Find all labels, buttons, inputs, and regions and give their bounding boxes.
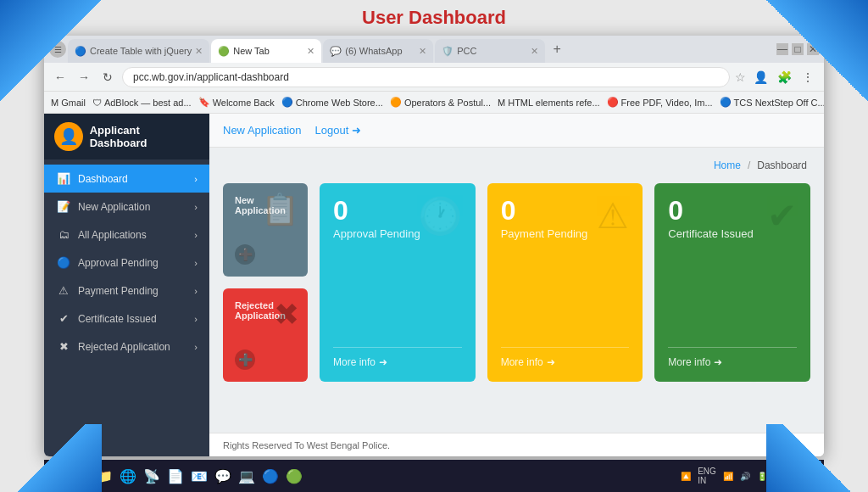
payment-more-info[interactable]: More info ➜: [501, 347, 630, 368]
new-app-card-action[interactable]: ➕: [235, 244, 255, 265]
bookmark-html[interactable]: M HTML elements refe...: [498, 98, 600, 108]
x-mark-icon: ✖: [274, 297, 299, 333]
logout-icon: ➜: [352, 124, 361, 137]
tab-bar: ☰ 🔵 Create Table with jQuery ✕ 🟢 New Tab…: [44, 36, 824, 63]
corner-decoration-br: [766, 424, 868, 492]
bookmark-pdf[interactable]: 🔴 Free PDF, Video, Im...: [607, 97, 713, 108]
topnav-logout[interactable]: Logout ➜: [315, 124, 361, 137]
taskbar-whatsapp-icon[interactable]: 💬: [214, 468, 231, 484]
tab-close-4[interactable]: ✕: [531, 46, 538, 57]
bookmark-label-operators: Operators & Postul...: [404, 98, 491, 108]
taskbar-volume-icon: 🔊: [740, 472, 750, 481]
taskbar-word-icon[interactable]: 📄: [167, 468, 184, 484]
taskbar-vscode-icon[interactable]: 💻: [238, 468, 255, 484]
bookmark-chrome-store[interactable]: 🔵 Chrome Web Store...: [281, 97, 383, 108]
sidebar-label-dashboard: Dashboard: [78, 173, 128, 185]
footer: Rights Reserved To West Bengal Police.: [209, 433, 824, 456]
topnav-new-application[interactable]: New Application: [223, 124, 302, 137]
address-input[interactable]: [122, 67, 730, 87]
bookmark-icon-html: M: [498, 98, 505, 108]
bookmark-icon-tcs: 🔵: [720, 97, 732, 108]
payment-pending-card: ⚠ 0 Payment Pending More info ➜: [487, 183, 643, 382]
tab-label-4: PCC: [457, 46, 476, 56]
sidebar-label-rejected: Rejected Application: [78, 341, 170, 353]
sidebar-item-new-application[interactable]: 📝 New Application ›: [44, 193, 209, 221]
sidebar-label-certificate: Certificate Issued: [78, 313, 157, 325]
bookmark-label-welcome: Welcome Back: [213, 98, 275, 108]
approval-more-info-label: More info: [333, 356, 376, 368]
bookmark-operators[interactable]: 🟠 Operators & Postul...: [390, 97, 491, 108]
taskbar-outlook-icon[interactable]: 📧: [191, 468, 208, 484]
taskbar-wifi-icon: 📶: [723, 472, 733, 481]
approval-pending-card: 🕐 0 Approval Pending More info ➜: [320, 183, 476, 382]
bookmark-label-chrome-store: Chrome Web Store...: [296, 98, 383, 108]
sidebar-header: 👤 Applicant Dashboard: [44, 114, 209, 159]
sidebar-item-payment-pending[interactable]: ⚠ Payment Pending ›: [44, 277, 209, 305]
chevron-right-icon-7: ›: [194, 342, 198, 352]
bookmark-welcome[interactable]: 🔖 Welcome Back: [198, 97, 275, 108]
sidebar-title: Applicant Dashboard: [90, 124, 199, 149]
tab-label-2: New Tab: [233, 46, 270, 56]
main-content: Home / Dashboard ✓ 📋 New Application ➕: [209, 148, 824, 433]
payment-more-info-label: More info: [501, 356, 543, 368]
footer-text: Rights Reserved To West Bengal Police.: [223, 440, 390, 450]
certificate-icon: ✔: [56, 312, 71, 325]
bookmark-icon-operators: 🟠: [390, 97, 402, 108]
tab-pcc[interactable]: 🛡️ PCC ✕: [435, 39, 545, 63]
taskbar-edge-icon[interactable]: 🌐: [120, 468, 136, 484]
sidebar-item-all-applications[interactable]: 🗂 All Applications ›: [44, 221, 209, 249]
sidebar-item-dashboard[interactable]: 📊 Dashboard ›: [44, 165, 209, 193]
avatar: 👤: [54, 122, 83, 151]
breadcrumb-home[interactable]: Home: [714, 159, 741, 171]
warning-icon: ⚠: [597, 195, 629, 237]
all-apps-icon: 🗂: [56, 228, 71, 241]
taskbar-filezilla-icon[interactable]: 📡: [143, 468, 160, 484]
tab-close-2[interactable]: ✕: [307, 46, 314, 57]
taskbar-app-icon[interactable]: 🟢: [286, 468, 303, 484]
sidebar-item-approval-pending[interactable]: 🔵 Approval Pending ›: [44, 249, 209, 277]
bookmarks-bar: M Gmail 🛡 AdBlock — best ad... 🔖 Welcome…: [44, 92, 824, 114]
clipboard-icon: 📋: [261, 192, 299, 227]
certificate-more-info[interactable]: More info ➜: [668, 347, 797, 368]
sidebar-item-rejected[interactable]: ✖ Rejected Application ›: [44, 333, 209, 361]
sidebar-label-all-apps: All Applications: [78, 229, 147, 241]
new-application-card: 📋 New Application ➕: [223, 183, 308, 277]
new-app-icon: 📝: [56, 200, 71, 213]
rejected-icon: ✖: [56, 340, 71, 353]
approval-more-info[interactable]: More info ➜: [333, 347, 462, 368]
tab-favicon-2: 🟢: [218, 45, 230, 57]
tab-whatsapp[interactable]: 💬 (6) WhatsApp ✕: [323, 39, 433, 63]
bookmark-label-pdf: Free PDF, Video, Im...: [621, 98, 713, 108]
bookmark-star-button[interactable]: ☆: [735, 70, 746, 84]
tab-close-3[interactable]: ✕: [419, 46, 426, 57]
top-nav: New Application Logout ➜: [209, 114, 824, 148]
certificate-more-info-arrow: ➜: [714, 356, 722, 368]
bookmark-adblock[interactable]: 🛡 AdBlock — best ad...: [92, 98, 192, 108]
approval-more-info-arrow: ➜: [379, 356, 387, 368]
breadcrumb-separator: /: [748, 159, 750, 171]
cards-row: 📋 New Application ➕ ✖ Rejected Applicati…: [223, 183, 810, 382]
chevron-right-icon-2: ›: [194, 202, 198, 212]
sidebar: 👤 Applicant Dashboard 📊 Dashboard › 📝 Ne…: [44, 114, 209, 456]
tab-favicon-4: 🛡️: [442, 45, 453, 57]
chevron-right-icon-4: ›: [194, 258, 198, 268]
main-area: New Application Logout ➜ Home / Dashboar…: [209, 114, 824, 456]
sidebar-item-certificate-issued[interactable]: ✔ Certificate Issued ›: [44, 305, 209, 333]
tab-close-1[interactable]: ✕: [195, 46, 203, 57]
browser-window: ☰ 🔵 Create Table with jQuery ✕ 🟢 New Tab…: [44, 36, 824, 456]
logout-label: Logout: [315, 124, 349, 137]
approval-icon: 🔵: [56, 256, 71, 269]
dashboard-icon: 📊: [56, 172, 71, 185]
taskbar-lang: ENG IN: [698, 467, 716, 485]
sidebar-label-payment: Payment Pending: [78, 285, 159, 297]
bookmark-label-html: HTML elements refe...: [508, 98, 599, 108]
payment-more-info-arrow: ➜: [547, 356, 555, 368]
page-title-bar: User Dashboard: [0, 7, 868, 29]
tab-new-tab[interactable]: 🟢 New Tab ✕: [211, 39, 321, 63]
taskbar-chrome-icon[interactable]: 🔵: [262, 468, 279, 484]
rejected-card-action[interactable]: ➕: [235, 349, 255, 370]
certificate-issued-card: ✔ 0 Certificate Issued More info ➜: [654, 183, 810, 382]
new-tab-button[interactable]: +: [547, 39, 567, 59]
tab-label-1: Create Table with jQuery: [90, 46, 192, 56]
chevron-right-icon-3: ›: [194, 230, 198, 240]
